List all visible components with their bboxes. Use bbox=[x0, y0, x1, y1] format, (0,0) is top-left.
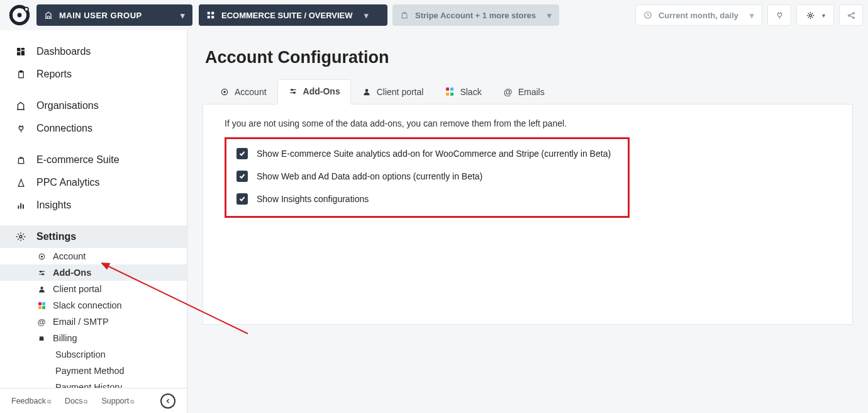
tab-label: Emails bbox=[518, 87, 545, 97]
sub-label: Client portal bbox=[53, 284, 101, 294]
sidebar-billing-payment-method[interactable]: Payment Method bbox=[0, 363, 187, 379]
sidebar-item-label: Connections bbox=[36, 123, 92, 134]
sidebar-item-label: PPC Analytics bbox=[36, 177, 99, 188]
svg-point-26 bbox=[40, 286, 43, 289]
support-link[interactable]: Support⧉ bbox=[101, 397, 134, 405]
sliders-icon bbox=[288, 86, 298, 96]
tab-emails[interactable]: @ Emails bbox=[492, 79, 555, 105]
svg-rect-4 bbox=[211, 12, 214, 14]
checkbox-checked-icon bbox=[236, 193, 248, 205]
bag-icon bbox=[36, 334, 47, 342]
svg-point-11 bbox=[853, 17, 855, 19]
svg-rect-3 bbox=[208, 12, 210, 14]
suite-label: ECOMMERCE SUITE / OVERVIEW bbox=[221, 11, 353, 20]
collapse-sidebar-button[interactable] bbox=[160, 393, 175, 409]
plug-icon bbox=[15, 124, 26, 133]
svg-point-30 bbox=[293, 92, 294, 93]
page-title: Account Configuration bbox=[205, 48, 850, 67]
tab-label: Account bbox=[235, 87, 267, 97]
svg-point-8 bbox=[809, 14, 811, 16]
svg-rect-12 bbox=[17, 48, 20, 51]
sidebar-item-insights[interactable]: Insights bbox=[0, 194, 187, 217]
sidebar-sub-addons[interactable]: Add-Ons bbox=[0, 264, 187, 281]
svg-rect-18 bbox=[18, 205, 19, 208]
user-group-selector[interactable]: MAIN USER GROUP ▾ bbox=[36, 4, 192, 26]
clipboard-icon bbox=[15, 70, 26, 79]
share-icon bbox=[847, 11, 856, 20]
bag-icon bbox=[400, 11, 409, 20]
checkbox-checked-icon bbox=[236, 148, 248, 159]
sparkle-icon bbox=[806, 11, 815, 20]
svg-point-25 bbox=[42, 273, 43, 274]
svg-point-2 bbox=[25, 8, 28, 11]
addon-row-ecommerce[interactable]: Show E-commerce Suite analytics add-on f… bbox=[236, 148, 618, 159]
addons-highlight: Show E-commerce Suite analytics add-on f… bbox=[225, 137, 630, 218]
tab-account[interactable]: Account bbox=[209, 79, 277, 105]
svg-rect-5 bbox=[208, 16, 210, 18]
addons-panel: If you are not using some of the data ad… bbox=[203, 105, 853, 325]
sidebar-item-label: Settings bbox=[36, 231, 76, 242]
sidebar-billing-subscription[interactable]: Subscription bbox=[0, 346, 187, 363]
daterange-selector[interactable]: Current month, daily ▾ bbox=[635, 4, 762, 26]
slack-icon bbox=[445, 87, 455, 97]
main-content: Account Configuration Account Add-Ons Cl… bbox=[187, 30, 868, 413]
tab-label: Slack bbox=[460, 87, 481, 97]
external-icon: ⧉ bbox=[47, 399, 51, 405]
sub-label: Slack connection bbox=[53, 300, 122, 310]
addon-row-web-ad[interactable]: Show Web and Ad Data add-on options (cur… bbox=[236, 171, 618, 182]
sidebar-item-ppc[interactable]: PPC Analytics bbox=[0, 171, 187, 194]
sidebar-sub-billing[interactable]: Billing bbox=[0, 330, 187, 346]
plug-button[interactable] bbox=[767, 4, 791, 26]
tab-client-portal[interactable]: Client portal bbox=[351, 79, 435, 105]
svg-point-21 bbox=[19, 235, 22, 238]
sub-label: Email / SMTP bbox=[53, 317, 109, 327]
store-selector[interactable]: Stripe Account + 1 more stores ▾ bbox=[392, 4, 559, 26]
tab-addons[interactable]: Add-Ons bbox=[277, 79, 351, 105]
sidebar-sub-email[interactable]: @ Email / SMTP bbox=[0, 314, 187, 330]
svg-point-10 bbox=[853, 12, 855, 14]
suite-selector[interactable]: ECOMMERCE SUITE / OVERVIEW ▾ bbox=[199, 4, 387, 26]
sidebar-item-label: Insights bbox=[36, 200, 71, 211]
svg-point-29 bbox=[291, 89, 292, 91]
feedback-link[interactable]: Feedback⧉ bbox=[11, 397, 51, 405]
target-icon bbox=[220, 87, 230, 97]
store-label: Stripe Account + 1 more stores bbox=[415, 11, 536, 20]
tab-slack[interactable]: Slack bbox=[434, 79, 492, 105]
checkbox-checked-icon bbox=[236, 171, 248, 182]
sidebar-item-ecommerce[interactable]: E-commerce Suite bbox=[0, 149, 187, 171]
sidebar-item-label: Organisations bbox=[36, 100, 99, 111]
docs-link[interactable]: Docs⧉ bbox=[65, 397, 87, 405]
svg-point-28 bbox=[224, 91, 225, 92]
sidebar-item-dashboards[interactable]: Dashboards bbox=[0, 40, 187, 63]
sidebar-billing-payment-history[interactable]: Payment History bbox=[0, 379, 187, 388]
sidebar-sub-client-portal[interactable]: Client portal bbox=[0, 281, 187, 297]
ads-icon bbox=[15, 178, 26, 188]
org-icon bbox=[44, 11, 53, 20]
addon-row-insights[interactable]: Show Insights configurations bbox=[236, 193, 618, 205]
share-button[interactable] bbox=[839, 4, 863, 26]
sidebar-sub-slack[interactable]: Slack connection bbox=[0, 297, 187, 314]
svg-point-23 bbox=[41, 256, 42, 257]
sidebar-item-organisations[interactable]: Organisations bbox=[0, 94, 187, 117]
panel-intro: If you are not using some of the data ad… bbox=[225, 118, 831, 128]
svg-rect-14 bbox=[21, 51, 25, 55]
sidebar-item-reports[interactable]: Reports bbox=[0, 63, 187, 86]
sidebar-item-connections[interactable]: Connections bbox=[0, 117, 187, 140]
svg-point-1 bbox=[18, 13, 22, 18]
user-group-label: MAIN USER GROUP bbox=[59, 11, 142, 20]
sidebar-item-settings[interactable]: Settings bbox=[0, 225, 187, 248]
user-icon bbox=[36, 285, 47, 293]
sub-label: Add-Ons bbox=[53, 268, 91, 278]
external-icon: ⧉ bbox=[84, 399, 87, 405]
chevron-down-icon: ▾ bbox=[547, 11, 552, 20]
svg-rect-20 bbox=[23, 204, 24, 208]
at-icon: @ bbox=[36, 317, 47, 327]
addon-label: Show Web and Ad Data add-on options (cur… bbox=[257, 171, 482, 181]
chevron-down-icon: ▾ bbox=[364, 11, 369, 20]
sidebar-footer: Feedback⧉ Docs⧉ Support⧉ bbox=[0, 388, 187, 413]
app-logo-icon bbox=[9, 4, 30, 26]
svg-rect-15 bbox=[17, 52, 20, 55]
sidebar-sub-account[interactable]: Account bbox=[0, 248, 187, 264]
theme-toggle-button[interactable]: ▾ bbox=[796, 4, 834, 26]
plug-icon bbox=[775, 11, 784, 20]
